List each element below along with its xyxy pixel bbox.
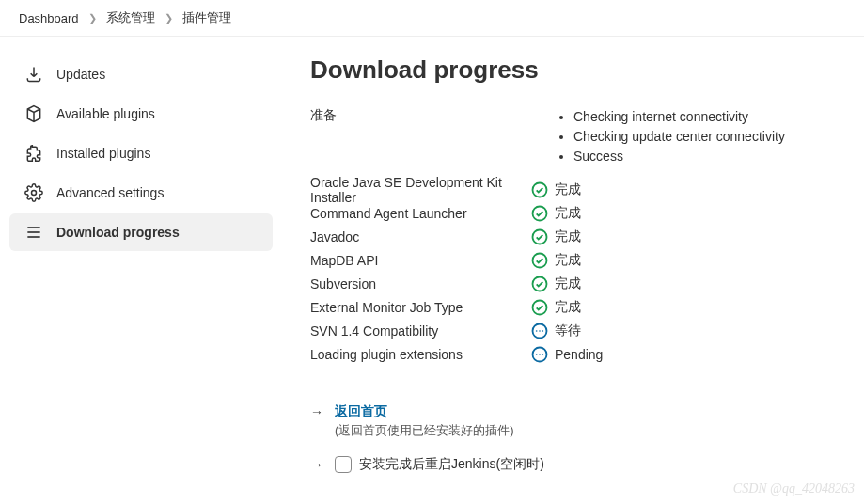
check-item: Success — [573, 147, 785, 166]
task-name: Oracle Java SE Development Kit Installer — [310, 175, 530, 205]
watermark: CSDN @qq_42048263 — [733, 481, 855, 496]
main-content: Download progress 准备 Checking internet c… — [282, 37, 864, 504]
chevron-right-icon: ❯ — [88, 12, 97, 24]
task-status: 完成 — [530, 275, 581, 293]
svg-point-16 — [539, 354, 541, 355]
arrow-right-icon: → — [310, 403, 323, 419]
sidebar-item-label: Installed plugins — [56, 146, 150, 161]
preparation-checks: Checking internet connectivity Checking … — [557, 107, 785, 166]
list-icon — [24, 223, 43, 242]
preparation-label: 准备 — [310, 107, 557, 124]
sidebar-item-installed[interactable]: Installed plugins — [9, 134, 273, 172]
status-text: 完成 — [555, 205, 581, 222]
status-text: 完成 — [555, 299, 581, 316]
svg-point-13 — [542, 330, 544, 332]
back-home-link[interactable]: 返回首页 — [335, 403, 387, 418]
sidebar: Updates Available plugins Installed plug… — [0, 37, 282, 504]
sidebar-item-updates[interactable]: Updates — [9, 55, 273, 93]
breadcrumb-item[interactable]: 插件管理 — [182, 9, 231, 26]
task-row: Subversion完成 — [310, 272, 836, 295]
breadcrumb-item[interactable]: 系统管理 — [106, 9, 155, 26]
chevron-right-icon: ❯ — [165, 12, 173, 24]
task-row: MapDB API完成 — [310, 248, 836, 272]
check-circle-icon — [530, 228, 549, 246]
pending-circle-icon — [530, 322, 549, 340]
status-text: 完成 — [555, 276, 581, 292]
sidebar-item-label: Available plugins — [56, 106, 155, 121]
breadcrumb: Dashboard ❯ 系统管理 ❯ 插件管理 — [0, 0, 864, 37]
svg-point-11 — [536, 330, 538, 332]
svg-point-17 — [542, 354, 544, 355]
check-circle-icon — [530, 251, 549, 270]
check-item: Checking update center connectivity — [573, 127, 785, 147]
task-name: Loading plugin extensions — [310, 347, 530, 362]
gear-icon — [24, 183, 43, 202]
preparation-row: 准备 Checking internet connectivity Checki… — [310, 107, 836, 166]
sidebar-item-download-progress[interactable]: Download progress — [9, 213, 273, 251]
back-home-hint: (返回首页使用已经安装好的插件) — [335, 422, 514, 439]
task-row: Oracle Java SE Development Kit Installer… — [310, 178, 836, 201]
task-name: External Monitor Job Type — [310, 300, 530, 315]
package-icon — [24, 104, 43, 123]
sidebar-item-label: Advanced settings — [56, 185, 164, 200]
task-name: Javadoc — [310, 229, 530, 244]
sidebar-item-advanced[interactable]: Advanced settings — [9, 174, 273, 212]
tasks-list: Oracle Java SE Development Kit Installer… — [310, 178, 836, 366]
task-status: 完成 — [530, 228, 581, 246]
sidebar-item-available[interactable]: Available plugins — [9, 95, 273, 133]
check-circle-icon — [530, 275, 549, 293]
check-circle-icon — [530, 181, 549, 199]
task-status: Pending — [530, 345, 603, 364]
status-text: Pending — [555, 347, 603, 362]
task-row: External Monitor Job Type完成 — [310, 295, 836, 319]
task-status: 完成 — [530, 204, 581, 223]
status-text: 完成 — [555, 181, 581, 198]
download-icon — [24, 65, 43, 84]
task-name: MapDB API — [310, 253, 530, 268]
check-item: Checking internet connectivity — [573, 107, 785, 127]
task-name: Command Agent Launcher — [310, 206, 530, 221]
check-circle-icon — [530, 298, 549, 317]
sidebar-item-label: Download progress — [56, 225, 180, 240]
task-row: Javadoc完成 — [310, 225, 836, 248]
task-row: Loading plugin extensionsPending — [310, 342, 836, 366]
status-text: 完成 — [555, 228, 581, 245]
task-status: 完成 — [530, 298, 581, 317]
task-status: 完成 — [530, 181, 581, 199]
status-text: 等待 — [555, 323, 581, 339]
task-name: Subversion — [310, 276, 530, 291]
task-row: Command Agent Launcher完成 — [310, 201, 836, 225]
svg-point-12 — [539, 330, 541, 332]
page-title: Download progress — [310, 55, 836, 85]
task-status: 完成 — [530, 251, 581, 270]
sidebar-item-label: Updates — [56, 67, 105, 82]
restart-checkbox[interactable] — [335, 456, 352, 473]
check-circle-icon — [530, 204, 549, 223]
puzzle-icon — [24, 144, 43, 163]
svg-point-0 — [32, 191, 37, 196]
arrow-right-icon: → — [310, 456, 323, 472]
task-row: SVN 1.4 Compatibility等待 — [310, 319, 836, 342]
restart-label: 安装完成后重启Jenkins(空闲时) — [359, 456, 544, 473]
breadcrumb-item[interactable]: Dashboard — [19, 11, 79, 25]
footer-actions: → 返回首页 (返回首页使用已经安装好的插件) → 安装完成后重启Jenkins… — [310, 403, 836, 473]
pending-circle-icon — [530, 345, 549, 364]
task-name: SVN 1.4 Compatibility — [310, 323, 530, 339]
task-status: 等待 — [530, 322, 581, 340]
svg-point-15 — [536, 354, 538, 355]
status-text: 完成 — [555, 252, 581, 269]
